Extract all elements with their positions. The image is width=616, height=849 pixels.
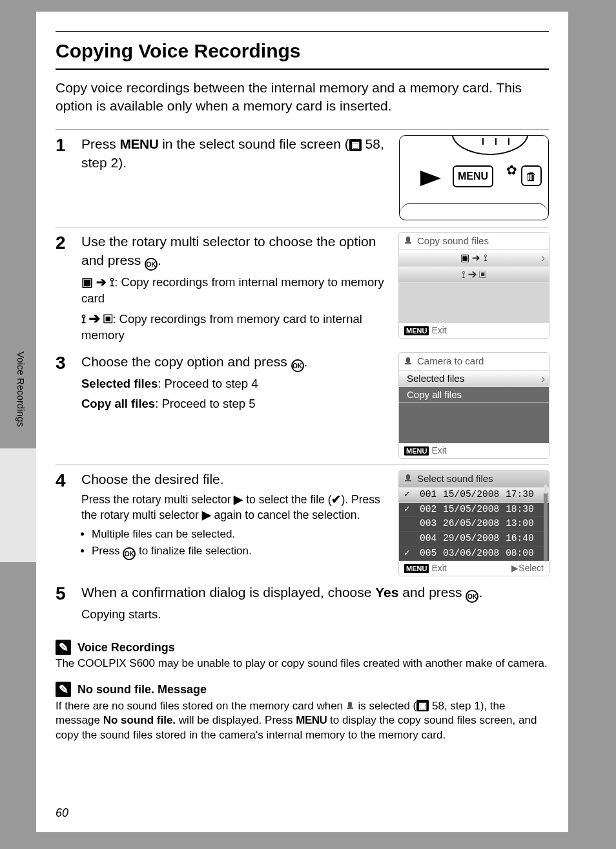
lcd-exit-label: Exit xyxy=(431,563,446,573)
bullet-multiple: Multiple files can be selected. xyxy=(92,527,390,542)
file-id: 004 xyxy=(420,532,436,545)
step-number: 5 xyxy=(56,585,72,623)
menu-badge-icon: MENU xyxy=(404,446,429,456)
check-icon: ✓ xyxy=(404,503,413,516)
page-ref-icon: ▣ xyxy=(349,139,362,151)
step-4-bullets: Multiple files can be selected. Press OK… xyxy=(92,527,390,560)
lcd-title: Select sound files xyxy=(399,470,549,488)
top-rule xyxy=(56,31,549,32)
note-icon: ✎ xyxy=(56,640,71,655)
voice-icon xyxy=(404,236,413,246)
scrollbar-thumb xyxy=(544,485,548,494)
check-mark-icon: ✔ xyxy=(331,493,341,506)
step-2-option-2: ⟟ ➔ ▣: Copy recordings from memory card … xyxy=(81,311,390,344)
file-date: 03/06/2008 xyxy=(443,547,499,560)
t: When a confirmation dialog is displayed,… xyxy=(81,585,375,600)
dial-tick xyxy=(495,138,497,145)
t: . xyxy=(304,354,308,369)
note-no-sound-file-header: ✎ No sound file. Message xyxy=(56,682,549,697)
step-5-sub: Copying starts. xyxy=(81,607,549,623)
step-3-copy-all: Copy all files: Proceed to step 5 xyxy=(81,396,390,412)
step-4: 4 Choose the desired file. Press the rot… xyxy=(56,465,549,582)
step-4-paragraph: Press the rotary multi selector ▶ to sel… xyxy=(81,492,390,523)
lcd-select-label: Select xyxy=(518,563,544,573)
trash-button-icon: 🗑 xyxy=(521,165,542,186)
right-arrow-icon: ▶ xyxy=(202,508,211,521)
step-number: 2 xyxy=(56,234,72,344)
note-icon: ✎ xyxy=(56,682,71,697)
menu-button-icon: MENU xyxy=(453,165,493,187)
menu-badge-icon: MENU xyxy=(404,326,429,335)
file-row: ✓00115/05/200817:30 xyxy=(399,488,549,503)
lcd-option-in-to-card: ▣ ➔ ⟟ xyxy=(399,250,549,266)
ok-button-icon: OK xyxy=(145,258,158,271)
t: Press the rotary multi selector xyxy=(81,493,234,506)
lcd-footer: MENUExit ▶Select xyxy=(399,561,549,576)
t: to select the file ( xyxy=(243,493,331,506)
card-to-internal-icon: ⟟ ➔ ▣ xyxy=(81,312,112,326)
step-number: 4 xyxy=(56,472,72,576)
t: : Proceed to step 4 xyxy=(158,377,258,390)
t: No sound file. xyxy=(103,714,176,726)
note-title: No sound file. Message xyxy=(77,682,207,697)
lcd-copy-sound-files: Copy sound files ▣ ➔ ⟟ ⟟ ➔ ▣ MENUExit xyxy=(399,233,549,338)
t: . xyxy=(158,253,161,267)
lcd-footer: MENUExit xyxy=(399,443,549,458)
t: ). xyxy=(118,155,127,170)
note-no-sound-file-body: If there are no sound files stored on th… xyxy=(56,699,549,744)
t: is selected ( xyxy=(355,700,416,712)
lcd-title: Copy sound files xyxy=(399,233,549,250)
check-icon xyxy=(404,518,413,530)
voice-icon xyxy=(404,474,413,483)
step-5: 5 When a confirmation dialog is displaye… xyxy=(56,582,549,629)
t: : Proceed to step 5 xyxy=(155,397,255,410)
page-number: 60 xyxy=(56,805,68,821)
step-5-title: When a confirmation dialog is displayed,… xyxy=(81,583,549,603)
yes-label: Yes xyxy=(375,585,398,600)
t: Copy sound files xyxy=(417,235,489,247)
file-time: 08:00 xyxy=(506,547,534,560)
step-3-selected-files: Selected files: Proceed to step 4 xyxy=(81,376,390,392)
t: again to cancel the selection. xyxy=(211,508,360,521)
t: Choose the copy option and press xyxy=(81,354,291,369)
step-1-text: Press MENU in the select sound file scre… xyxy=(81,135,390,172)
lcd-camera-to-card: Camera to card Selected files Copy all f… xyxy=(399,353,549,458)
lcd-blank xyxy=(399,283,549,323)
file-time: 17:30 xyxy=(506,488,534,501)
lcd-title: Camera to card xyxy=(399,353,549,370)
right-arrow-icon: ▶ xyxy=(234,493,243,506)
file-id: 002 xyxy=(420,503,436,516)
lcd-row-selected-files: Selected files xyxy=(399,371,549,387)
note-voice-recordings-body: The COOLPIX S600 may be unable to play o… xyxy=(56,656,549,671)
page-ref-icon: ▣ xyxy=(416,700,429,712)
file-id: 005 xyxy=(420,547,436,560)
file-time: 16:40 xyxy=(506,532,534,545)
lcd-row-copy-all: Copy all files xyxy=(399,387,549,403)
t: in the select sound file screen ( xyxy=(158,136,349,151)
file-row: ✓00503/06/200808:00 xyxy=(399,547,549,561)
t: . xyxy=(478,585,482,600)
menu-badge-icon: MENU xyxy=(404,564,429,573)
file-time: 18:30 xyxy=(506,503,534,516)
title-rule xyxy=(56,68,549,70)
file-row: ✓00215/05/200818:30 xyxy=(399,503,549,518)
t: Selected files xyxy=(81,377,158,390)
note-title: Voice Recordings xyxy=(77,640,175,655)
ok-button-icon: OK xyxy=(291,359,304,372)
file-row: 00326/05/200813:00 xyxy=(399,517,549,532)
t: If there are no sound files stored on th… xyxy=(56,700,346,712)
manual-page: Copying Voice Recordings Copy voice reco… xyxy=(36,12,568,832)
press-arrow-icon xyxy=(420,171,441,186)
camera-diagram: MENU ✿ 🗑 xyxy=(399,135,549,220)
t: and press xyxy=(398,585,466,600)
dial-tick xyxy=(508,138,509,145)
step-number: 3 xyxy=(56,354,72,458)
scrollbar-track xyxy=(544,485,548,561)
internal-to-card-icon: ▣ ➔ ⟟ xyxy=(81,275,114,289)
lcd-blank xyxy=(399,403,549,443)
ok-button-icon: OK xyxy=(123,547,136,560)
t: to finalize file selection. xyxy=(136,545,252,557)
file-time: 13:00 xyxy=(506,518,534,530)
file-date: 15/05/2008 xyxy=(443,488,499,501)
lcd-exit-label: Exit xyxy=(431,325,446,335)
